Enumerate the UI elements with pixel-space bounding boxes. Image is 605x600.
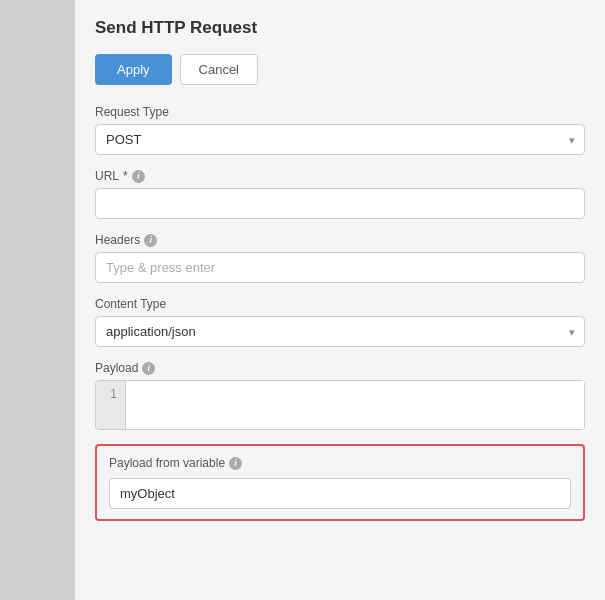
payload-from-variable-input[interactable] [109,478,571,509]
request-type-label: Request Type [95,105,585,119]
content-type-select[interactable]: application/json application/x-www-form-… [95,316,585,347]
headers-group: Headers i [95,233,585,283]
request-type-select[interactable]: GET POST PUT DELETE PATCH [95,124,585,155]
url-label: URL * i [95,169,585,183]
sidebar [0,0,75,600]
page-title: Send HTTP Request [95,18,585,38]
request-type-group: Request Type GET POST PUT DELETE PATCH ▾ [95,105,585,155]
url-info-icon: i [132,170,145,183]
url-input[interactable] [95,188,585,219]
payload-variable-info-icon: i [229,457,242,470]
payload-textarea[interactable] [126,381,584,429]
headers-info-icon: i [144,234,157,247]
main-panel: Send HTTP Request Apply Cancel Request T… [75,0,605,600]
url-required-star: * [123,169,128,183]
headers-input[interactable] [95,252,585,283]
apply-button[interactable]: Apply [95,54,172,85]
payload-label: Payload i [95,361,585,375]
payload-info-icon: i [142,362,155,375]
content-type-select-wrapper: application/json application/x-www-form-… [95,316,585,347]
cancel-button[interactable]: Cancel [180,54,258,85]
payload-from-variable-label: Payload from variable i [109,456,571,470]
payload-editor: 1 [95,380,585,430]
payload-from-variable-group: Payload from variable i [95,444,585,521]
line-numbers: 1 [96,381,126,429]
request-type-select-wrapper: GET POST PUT DELETE PATCH ▾ [95,124,585,155]
content-type-group: Content Type application/json applicatio… [95,297,585,347]
action-buttons: Apply Cancel [95,54,585,85]
payload-group: Payload i 1 [95,361,585,430]
headers-label: Headers i [95,233,585,247]
content-type-label: Content Type [95,297,585,311]
url-group: URL * i [95,169,585,219]
